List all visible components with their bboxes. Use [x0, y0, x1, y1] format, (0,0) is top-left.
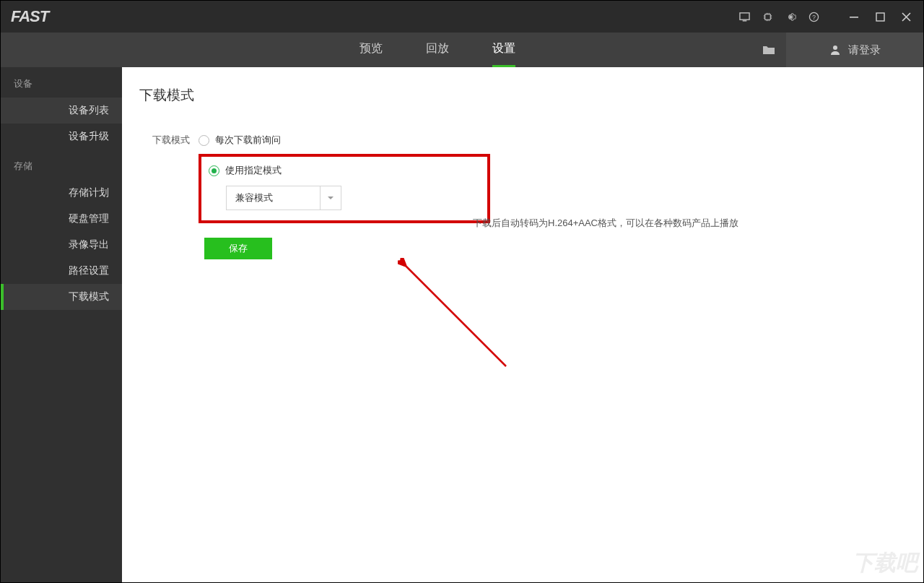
user-icon [829, 44, 841, 56]
svg-text:?: ? [812, 13, 816, 20]
mode-select-toggle[interactable] [320, 186, 341, 210]
minimize-button[interactable] [842, 8, 866, 25]
svg-point-3 [789, 15, 792, 18]
mode-select-value: 兼容模式 [226, 186, 320, 210]
radio-use-specified[interactable] [209, 165, 219, 176]
sidebar-item-download-mode[interactable]: 下载模式 [1, 284, 122, 310]
svg-rect-2 [764, 14, 770, 20]
save-button[interactable]: 保存 [204, 238, 272, 259]
close-button[interactable] [894, 8, 918, 25]
arrow-annotation [398, 258, 520, 381]
maximize-button[interactable] [868, 8, 892, 25]
app-body: 设备 设备列表 设备升级 存储 存储计划 硬盘管理 录像导出 路径设置 下载模式… [1, 67, 923, 582]
login-button[interactable]: 请登录 [786, 33, 923, 67]
svg-rect-1 [742, 20, 746, 21]
sidebar-item-path-settings[interactable]: 路径设置 [1, 258, 122, 284]
sidebar-item-disk-mgmt[interactable]: 硬盘管理 [1, 206, 122, 232]
topnav: 预览 回放 设置 请登录 [1, 33, 923, 67]
tab-settings[interactable]: 设置 [492, 33, 515, 67]
form-label-download-mode: 下载模式 [139, 134, 190, 147]
chevron-down-icon [327, 194, 334, 202]
svg-rect-6 [850, 17, 858, 18]
sidebar-group-storage: 存储 [1, 150, 122, 180]
svg-point-8 [833, 46, 837, 50]
sidebar-item-device-upgrade[interactable]: 设备升级 [1, 124, 122, 150]
app-logo: FAST [11, 7, 48, 26]
mode-select[interactable]: 兼容模式 [226, 186, 480, 210]
radio-specified-label: 使用指定模式 [225, 164, 282, 177]
chip-icon[interactable] [759, 8, 776, 25]
svg-line-9 [406, 267, 506, 366]
highlight-annotation: 使用指定模式 兼容模式 [199, 154, 490, 223]
mode-description: 下载后自动转码为H.264+AAC格式，可以在各种数码产品上播放 [473, 217, 738, 230]
svg-rect-0 [739, 12, 749, 19]
gear-icon[interactable] [782, 8, 799, 25]
sidebar-group-device: 设备 [1, 67, 122, 98]
watermark-text: 下载吧 [853, 548, 918, 578]
help-icon[interactable]: ? [805, 8, 822, 25]
content-area: 下载模式 下载模式 每次下载前询问 使用指定模式 兼容模式 下载后自动转 [122, 67, 923, 582]
radio-ask-each-time[interactable] [199, 135, 209, 146]
app-window: FAST ? 预览 回放 设置 [0, 0, 924, 583]
svg-rect-7 [876, 13, 884, 21]
screen-icon[interactable] [736, 8, 753, 25]
sidebar-item-storage-plan[interactable]: 存储计划 [1, 180, 122, 206]
tab-preview[interactable]: 预览 [359, 33, 383, 67]
sidebar-item-record-export[interactable]: 录像导出 [1, 232, 122, 258]
sidebar: 设备 设备列表 设备升级 存储 存储计划 硬盘管理 录像导出 路径设置 下载模式 [1, 67, 122, 582]
titlebar: FAST ? [1, 1, 923, 33]
page-title: 下载模式 [139, 86, 906, 105]
folder-icon[interactable] [751, 33, 786, 67]
login-label: 请登录 [848, 43, 881, 57]
radio-ask-label: 每次下载前询问 [215, 134, 281, 147]
sidebar-item-device-list[interactable]: 设备列表 [1, 98, 122, 124]
tab-playback[interactable]: 回放 [426, 33, 449, 67]
